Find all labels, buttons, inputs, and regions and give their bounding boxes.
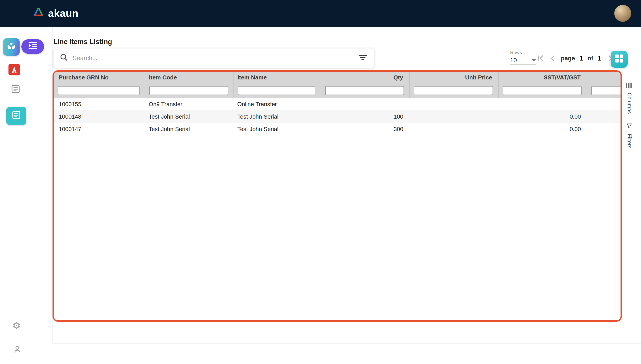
cell-item-code: Test John Serial bbox=[145, 123, 234, 135]
column-header-sst-vat-gst[interactable]: SST/VAT/GST bbox=[498, 72, 587, 83]
page-word: page bbox=[561, 55, 575, 62]
topbar: akaun bbox=[0, 0, 641, 27]
cell-item-name: Test John Serial bbox=[234, 110, 321, 123]
search-filter-button[interactable] bbox=[358, 53, 368, 64]
column-header-purchase-grn-no[interactable]: Purchase GRN No bbox=[54, 72, 145, 83]
first-page-button[interactable] bbox=[536, 54, 545, 63]
cell-purchase-grn-no: 1000147 bbox=[54, 123, 145, 135]
rows-per-page-label: Rows bbox=[510, 50, 522, 55]
module-hands-button[interactable] bbox=[3, 38, 20, 56]
cell-unit-price bbox=[410, 110, 498, 123]
pdf-icon bbox=[8, 64, 20, 78]
hands-holding-icon bbox=[6, 41, 17, 53]
filter-input-sst-vat-gst[interactable] bbox=[503, 86, 582, 95]
search-bar bbox=[54, 48, 374, 68]
chevron-down-icon bbox=[532, 59, 536, 62]
list-document-icon bbox=[11, 110, 22, 122]
rows-per-page-value: 10 bbox=[510, 57, 517, 64]
line-items-table: Purchase GRN No Item Code Item Name Qty … bbox=[54, 72, 622, 135]
sidebar-expand-button[interactable] bbox=[21, 39, 44, 54]
cell-item-code: Test John Serial bbox=[145, 110, 234, 123]
column-bars-icon bbox=[626, 82, 632, 90]
brand: akaun bbox=[32, 7, 78, 20]
list-document-icon bbox=[10, 84, 21, 96]
prev-page-button[interactable] bbox=[548, 54, 557, 63]
listing-nav-button[interactable] bbox=[10, 84, 21, 95]
of-word: of bbox=[588, 55, 593, 62]
app-window: akaun bbox=[0, 0, 641, 364]
column-header-qty[interactable]: Qty bbox=[321, 72, 410, 83]
columns-panel-label: Columns bbox=[626, 93, 632, 114]
filter-input-purchase-grn-no[interactable] bbox=[58, 86, 140, 95]
line-items-table-container: Purchase GRN No Item Code Item Name Qty … bbox=[52, 70, 622, 322]
filters-panel-button[interactable]: Filters bbox=[626, 123, 632, 149]
table-filter-row bbox=[54, 83, 622, 98]
user-avatar[interactable] bbox=[614, 5, 631, 22]
indent-menu-icon bbox=[28, 41, 38, 52]
table-row[interactable]: 1000147 Test John Serial Test John Seria… bbox=[54, 123, 622, 135]
page-title: Line Items Listing bbox=[54, 38, 112, 46]
filter-input-unit-price[interactable] bbox=[414, 86, 493, 95]
filters-panel-label: Filters bbox=[626, 134, 632, 149]
grid-view-button[interactable] bbox=[611, 51, 628, 68]
settings-button[interactable]: ⚙ bbox=[12, 321, 21, 331]
cell-qty: 100 bbox=[321, 110, 410, 123]
cell-unit-price bbox=[410, 123, 498, 135]
cell-extra bbox=[587, 123, 622, 135]
search-input[interactable] bbox=[72, 54, 358, 62]
funnel-icon bbox=[626, 123, 632, 131]
table-row[interactable]: 1000148 Test John Serial Test John Seria… bbox=[54, 110, 622, 123]
column-header-item-name[interactable]: Item Name bbox=[234, 72, 321, 83]
filter-input-qty[interactable] bbox=[325, 86, 404, 95]
cell-purchase-grn-no: 1000155 bbox=[54, 98, 145, 110]
apps-grid-icon bbox=[614, 54, 624, 65]
account-button[interactable] bbox=[12, 345, 22, 355]
current-page-number: 1 bbox=[579, 54, 583, 62]
cell-item-name: Online Transfer bbox=[234, 98, 321, 110]
rows-per-page-select[interactable]: 10 bbox=[510, 56, 536, 65]
table-side-panel: Columns Filters bbox=[623, 71, 635, 167]
filter-lines-icon bbox=[358, 53, 367, 64]
akaun-logo-icon bbox=[32, 7, 44, 20]
gear-icon: ⚙ bbox=[12, 321, 21, 331]
cell-sst-vat-gst bbox=[498, 98, 587, 110]
cell-sst-vat-gst: 0.00 bbox=[498, 123, 587, 135]
columns-panel-button[interactable]: Columns bbox=[626, 82, 632, 114]
cell-item-code: On9 Transfer bbox=[145, 98, 234, 110]
cell-sst-vat-gst: 0.00 bbox=[498, 110, 587, 123]
column-header-extra[interactable] bbox=[587, 72, 622, 83]
cell-unit-price bbox=[410, 98, 498, 110]
cell-item-name: Test John Serial bbox=[234, 123, 321, 135]
column-header-item-code[interactable]: Item Code bbox=[145, 72, 234, 83]
cell-extra bbox=[587, 98, 622, 110]
person-icon bbox=[12, 344, 22, 356]
total-pages-number: 1 bbox=[598, 54, 602, 62]
filter-input-item-code[interactable] bbox=[149, 86, 228, 95]
table-row[interactable]: 1000155 On9 Transfer Online Transfer bbox=[54, 98, 622, 110]
filter-input-item-name[interactable] bbox=[238, 86, 316, 95]
cell-qty bbox=[321, 98, 410, 110]
sidebar: ⚙ bbox=[0, 27, 34, 364]
brand-name: akaun bbox=[48, 7, 78, 19]
column-header-unit-price[interactable]: Unit Price bbox=[410, 72, 498, 83]
cell-qty: 300 bbox=[321, 123, 410, 135]
cell-extra bbox=[587, 110, 622, 123]
line-items-listing-nav-button-active[interactable] bbox=[6, 107, 26, 125]
filter-input-extra[interactable] bbox=[591, 86, 622, 95]
cell-purchase-grn-no: 1000148 bbox=[54, 110, 145, 123]
pdf-app-button[interactable] bbox=[8, 64, 20, 78]
search-icon bbox=[60, 53, 68, 63]
content-bottom-divider bbox=[52, 343, 641, 344]
table-header-row: Purchase GRN No Item Code Item Name Qty … bbox=[54, 72, 622, 83]
